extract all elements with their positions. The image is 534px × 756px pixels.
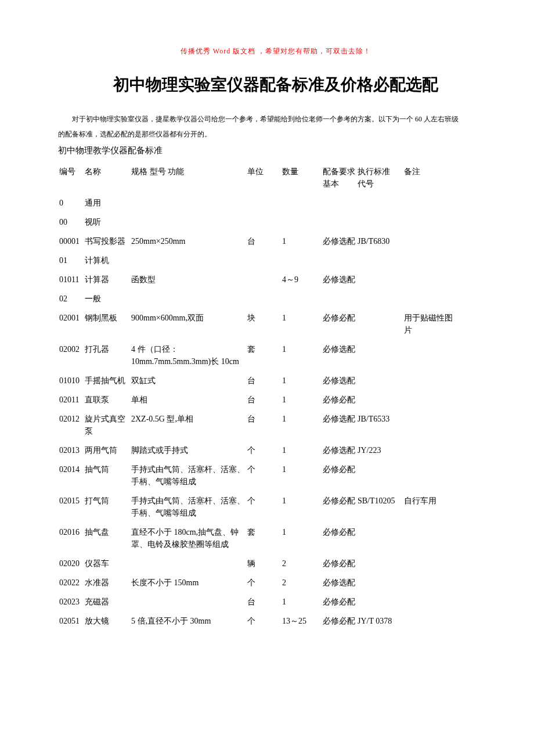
cell-qty bbox=[281, 193, 322, 213]
cell-note bbox=[403, 611, 461, 631]
cell-spec bbox=[130, 251, 246, 270]
cell-req: 必修选配 bbox=[322, 371, 356, 390]
cell-name: 直联泵 bbox=[84, 390, 130, 409]
cell-id: 02 bbox=[58, 289, 84, 308]
cell-note bbox=[403, 340, 461, 371]
cell-name: 一般 bbox=[84, 289, 130, 308]
col-unit-header: 单位 bbox=[246, 162, 281, 193]
table-row: 02011直联泵单相台1必修必配 bbox=[58, 390, 493, 409]
cell-std bbox=[356, 592, 403, 611]
cell-name: 计算器 bbox=[84, 270, 130, 289]
table-row: 00001书写投影器250mm×250mm台1必修选配JB/T6830 bbox=[58, 232, 493, 251]
cell-qty: 4～9 bbox=[281, 270, 322, 289]
cell-name: 放大镜 bbox=[84, 611, 130, 631]
cell-qty: 1 bbox=[281, 232, 322, 251]
cell-note bbox=[403, 213, 461, 232]
cell-qty: 13～25 bbox=[281, 611, 322, 631]
cell-id: 02020 bbox=[58, 554, 84, 573]
table-row: 01计算机 bbox=[58, 251, 493, 270]
cell-qty: 1 bbox=[281, 340, 322, 371]
table-row: 02001钢制黑板900mm×600mm,双面块1必修必配用于贴磁性图片 bbox=[58, 308, 493, 340]
cell-spec: 250mm×250mm bbox=[130, 232, 246, 251]
cell-unit: 个 bbox=[246, 573, 281, 592]
col-std-header: 执行标准 代号 bbox=[356, 162, 403, 193]
cell-unit bbox=[246, 289, 281, 308]
cell-spec: 直经不小于 180cm,抽气盘、钟罩、电铃及橡胶垫圈等组成 bbox=[130, 523, 246, 554]
cell-req: 必修必配 bbox=[322, 460, 356, 491]
cell-name: 抽气筒 bbox=[84, 460, 130, 491]
cell-unit: 块 bbox=[246, 308, 281, 340]
cell-name: 打气筒 bbox=[84, 491, 130, 523]
cell-req bbox=[322, 289, 356, 308]
col-spec-header: 规格 型号 功能 bbox=[130, 162, 246, 193]
cell-unit bbox=[246, 251, 281, 270]
table-row: 02051放大镜5 倍,直径不小于 30mm个13～25必修必配JY/T 037… bbox=[58, 611, 493, 631]
cell-req: 必修必配 bbox=[322, 523, 356, 554]
cell-id: 02011 bbox=[58, 390, 84, 409]
cell-unit: 台 bbox=[246, 592, 281, 611]
col-id-header: 编号 bbox=[58, 162, 84, 193]
cell-id: 02015 bbox=[58, 491, 84, 523]
cell-unit: 套 bbox=[246, 523, 281, 554]
table-row: 02一般 bbox=[58, 289, 493, 308]
cell-std bbox=[356, 554, 403, 573]
cell-std bbox=[356, 523, 403, 554]
cell-spec: 单相 bbox=[130, 390, 246, 409]
header-note: 传播优秀 Word 版文档 ，希望对您有帮助，可双击去除！ bbox=[58, 46, 493, 56]
cell-note bbox=[403, 460, 461, 491]
cell-req bbox=[322, 193, 356, 213]
cell-name: 书写投影器 bbox=[84, 232, 130, 251]
cell-id: 02016 bbox=[58, 523, 84, 554]
cell-spec: 2XZ-0.5G 型,单相 bbox=[130, 409, 246, 441]
cell-id: 02002 bbox=[58, 340, 84, 371]
cell-name: 视听 bbox=[84, 213, 130, 232]
cell-std bbox=[356, 308, 403, 340]
cell-spec bbox=[130, 592, 246, 611]
cell-std bbox=[356, 390, 403, 409]
cell-req: 必修必配 bbox=[322, 554, 356, 573]
cell-note bbox=[403, 441, 461, 460]
cell-unit: 个 bbox=[246, 611, 281, 631]
cell-spec: 长度不小于 150mm bbox=[130, 573, 246, 592]
cell-unit: 套 bbox=[246, 340, 281, 371]
cell-spec: 900mm×600mm,双面 bbox=[130, 308, 246, 340]
table-row: 00视听 bbox=[58, 213, 493, 232]
cell-note: 自行车用 bbox=[403, 491, 461, 523]
cell-id: 01 bbox=[58, 251, 84, 270]
cell-std bbox=[356, 193, 403, 213]
cell-note bbox=[403, 193, 461, 213]
col-std-header-top: 执行标准 bbox=[358, 165, 402, 178]
cell-unit bbox=[246, 213, 281, 232]
cell-spec: 手持式由气筒、活塞杆、活塞、手柄、气嘴等组成 bbox=[130, 491, 246, 523]
cell-qty: 1 bbox=[281, 491, 322, 523]
cell-req: 必修必配 bbox=[322, 491, 356, 523]
col-name-header: 名称 bbox=[84, 162, 130, 193]
cell-id: 02023 bbox=[58, 592, 84, 611]
cell-spec: 手持式由气筒、活塞杆、活塞、手柄、气嘴等组成 bbox=[130, 460, 246, 491]
cell-note bbox=[403, 270, 461, 289]
cell-spec bbox=[130, 213, 246, 232]
table-row: 02023充磁器台1必修必配 bbox=[58, 592, 493, 611]
cell-spec: 5 倍,直径不小于 30mm bbox=[130, 611, 246, 631]
col-note-header: 备注 bbox=[403, 162, 461, 193]
cell-spec bbox=[130, 289, 246, 308]
cell-qty: 1 bbox=[281, 592, 322, 611]
cell-unit: 台 bbox=[246, 371, 281, 390]
table-row: 02012旋片式真空泵2XZ-0.5G 型,单相台1必修选配JB/T6533 bbox=[58, 409, 493, 441]
cell-std: JY/223 bbox=[356, 441, 403, 460]
cell-name: 计算机 bbox=[84, 251, 130, 270]
cell-note bbox=[403, 592, 461, 611]
cell-std bbox=[356, 371, 403, 390]
cell-req: 必修必配 bbox=[322, 592, 356, 611]
cell-std bbox=[356, 340, 403, 371]
cell-spec: 双缸式 bbox=[130, 371, 246, 390]
cell-unit bbox=[246, 270, 281, 289]
cell-id: 02051 bbox=[58, 611, 84, 631]
cell-req bbox=[322, 213, 356, 232]
cell-name: 手摇抽气机 bbox=[84, 371, 130, 390]
cell-req: 必修选配 bbox=[322, 270, 356, 289]
cell-req: 必修选配 bbox=[322, 340, 356, 371]
cell-unit: 台 bbox=[246, 409, 281, 441]
col-std-header-sub: 代号 bbox=[358, 178, 402, 190]
cell-name: 水准器 bbox=[84, 573, 130, 592]
